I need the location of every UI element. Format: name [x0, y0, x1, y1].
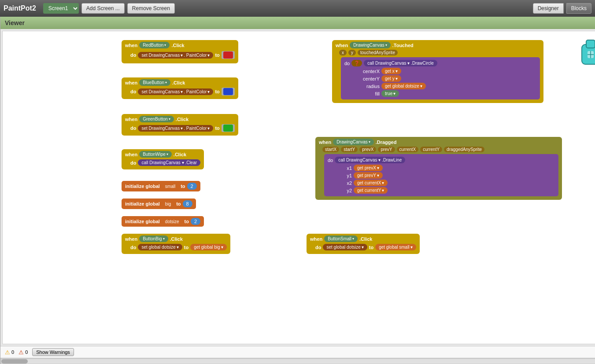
init-big-block[interactable]: initialize global big to 8 [122, 199, 196, 209]
dc-dragged-component[interactable]: DrawingCanvas ▾ [333, 139, 374, 145]
warning-count: 0 [11, 349, 14, 355]
screen-dropdown[interactable]: Screen1 [43, 3, 79, 14]
param-draggedAnySprite: draggedAnySprite [444, 147, 484, 152]
add-screen-button[interactable]: Add Screen ... [81, 3, 125, 14]
init-big-inner: initialize global big to 8 [122, 199, 196, 209]
param-startY: startY [341, 147, 358, 152]
dotsize-value: 2 [191, 218, 200, 225]
blocks-button[interactable]: Blocks [566, 3, 591, 14]
buttonbig-component[interactable]: ButtonBig ▾ [139, 235, 168, 242]
get-global-big[interactable]: get global big ▾ [190, 244, 227, 250]
buttonwipe-when-block[interactable]: when ButtonWipe ▾ .Click do call Drawing… [122, 149, 204, 169]
buttonbig-when-block[interactable]: when ButtonBig ▾ .Click do set global do… [122, 234, 230, 254]
small-value: 2 [187, 183, 197, 190]
green-button-when-block[interactable]: when GreenButton ▾ .Click do set Drawing… [122, 114, 238, 136]
green-button-component[interactable]: GreenButton ▾ [139, 116, 174, 122]
call-dc-drawline[interactable]: call DrawingCanvas ▾ .DrawLine [335, 157, 405, 163]
call-dc-drawcircle[interactable]: call DrawingCanvas ▾ .DrawCircle [364, 60, 437, 66]
backpack-icon [575, 36, 595, 66]
blue-color-block [223, 88, 233, 95]
buttonsmall-component[interactable]: ButtonSmall ▾ [324, 235, 358, 242]
topbar: PaintPot2 Screen1 Add Screen ... Remove … [0, 0, 595, 17]
small-var: small [162, 183, 179, 190]
error-item: ⚠ 0 [18, 349, 28, 356]
get-y[interactable]: get y ▾ [381, 75, 401, 82]
blocks-area: when RedButton ▾ .Click do set DrawingCa… [3, 31, 595, 344]
get-currentX[interactable]: get currentX ▾ [354, 180, 388, 186]
set-drawingcanvas-paintcolor[interactable]: set DrawingCanvas ▾ . PaintColor ▾ [138, 52, 213, 59]
drawingcanvas-dragged-block[interactable]: when DrawingCanvas ▾ .Dragged startX sta… [315, 137, 562, 200]
set-drawingcanvas-paintcolor-green[interactable]: set DrawingCanvas ▾ . PaintColor ▾ [138, 125, 213, 132]
set-drawingcanvas-paintcolor-blue[interactable]: set DrawingCanvas ▾ . PaintColor ▾ [138, 88, 213, 95]
scroll-track [1, 359, 595, 364]
big-value: 8 [183, 200, 192, 207]
warning-item: ⚠ 0 [5, 349, 14, 356]
param-y: y [348, 50, 356, 55]
buttonwipe-component[interactable]: ButtonWipe ▾ [139, 151, 172, 158]
show-warnings-button[interactable]: Show Warnings [32, 348, 74, 356]
get-currentY[interactable]: get currentY ▾ [354, 187, 388, 194]
init-small-inner: initialize global small to 2 [122, 181, 200, 191]
remove-screen-button[interactable]: Remove Screen [127, 3, 175, 14]
param-x: x [339, 50, 347, 55]
blue-button-component[interactable]: BlueButton ▾ [139, 79, 170, 86]
main-layout: Blocks ▼ Built-in Control Logic Math Te [0, 17, 595, 364]
horizontal-scrollbar[interactable] [0, 358, 595, 364]
app-title: PaintPot2 [4, 4, 36, 12]
true-pill[interactable]: true ▾ [381, 90, 399, 97]
get-x[interactable]: get x ▾ [381, 68, 401, 74]
error-count: 0 [25, 349, 28, 355]
viewer-header: Viewer [0, 17, 595, 29]
get-global-small[interactable]: get global small ▾ [375, 244, 416, 250]
error-icon: ⚠ [18, 349, 24, 356]
param-touched-any-sprite: touchedAnySprite [358, 50, 398, 55]
call-drawingcanvas-clear[interactable]: call DrawingCanvas ▾ .Clear [138, 159, 200, 166]
param-prevX: prevX [359, 147, 376, 152]
warning-bar: ⚠ 0 ⚠ 0 Show Warnings [0, 346, 595, 358]
param-currentY: currentY [420, 147, 442, 152]
set-global-dotsize[interactable]: set global dotsize ▾ [138, 244, 182, 250]
green-color-block [223, 125, 233, 132]
init-dotsize-block[interactable]: initialize global dotsize to 2 [122, 216, 204, 227]
svg-rect-1 [586, 40, 595, 48]
designer-button[interactable]: Designer [533, 3, 564, 14]
red-color-block [223, 51, 233, 59]
get-prevY[interactable]: get prevY ▾ [354, 172, 383, 179]
get-global-dotsize[interactable]: get global dotsize ▾ [381, 83, 426, 89]
warning-icon: ⚠ [5, 349, 10, 356]
init-small-block[interactable]: initialize global small to 2 [122, 181, 200, 191]
set-global-dotsize-small[interactable]: set global dotsize ▾ [323, 244, 367, 250]
viewer-canvas[interactable]: when RedButton ▾ .Click do set DrawingCa… [2, 31, 595, 344]
get-prevX[interactable]: get prevX ▾ [354, 165, 383, 171]
red-button-component[interactable]: RedButton ▾ [139, 42, 170, 48]
param-startX: startX [322, 147, 339, 152]
drawingcanvas-touched-block[interactable]: when DrawingCanvas ▾ .Touched x y touche… [332, 40, 543, 103]
init-dotsize-inner: initialize global dotsize to 2 [122, 216, 204, 227]
buttonsmall-when-block[interactable]: when ButtonSmall ▾ .Click do set global … [307, 234, 420, 254]
blue-button-when-block[interactable]: when BlueButton ▾ .Click do set DrawingC… [122, 77, 238, 99]
param-prevY: prevY [378, 147, 395, 152]
viewer: Viewer when [0, 17, 595, 364]
dotsize-var: dotsize [162, 218, 183, 225]
big-var: big [162, 201, 174, 207]
param-currentX: currentX [397, 147, 419, 152]
dc-touched-component[interactable]: DrawingCanvas ▾ [350, 42, 391, 48]
scroll-thumb[interactable] [1, 359, 28, 364]
red-button-when-block[interactable]: when RedButton ▾ .Click do set DrawingCa… [122, 40, 238, 63]
